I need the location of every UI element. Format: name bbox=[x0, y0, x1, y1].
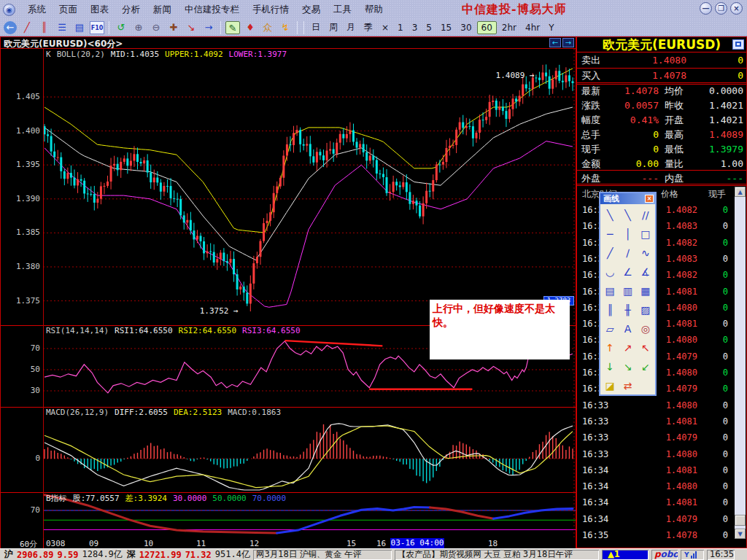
arrow-sw-tool[interactable]: ↙ bbox=[637, 357, 654, 376]
annotation-note[interactable]: 上行中，但好像速度不是太快。 bbox=[430, 300, 570, 359]
menu-item-5[interactable]: 中信建投专栏 bbox=[178, 1, 246, 18]
close-button[interactable]: × bbox=[730, 2, 743, 15]
menu-item-7[interactable]: 交易 bbox=[295, 1, 327, 18]
period-5[interactable]: 5 bbox=[422, 21, 436, 34]
horizontal-line-tool[interactable]: ─ bbox=[601, 225, 619, 244]
channel-tool[interactable]: ▱ bbox=[601, 319, 619, 338]
quote-panel: 欧元美元(EURUSD) 卖出1.40800买入1.40780最新1.4078均… bbox=[576, 36, 747, 548]
fan-lines-tool[interactable]: ∡ bbox=[637, 262, 654, 281]
candlestick-panel[interactable]: KBOLL(20,2)MID:1.4035UPPER:1.4092LOWER:1… bbox=[1, 49, 576, 325]
f10-info-icon[interactable]: F10 bbox=[90, 21, 104, 34]
tick-qty: 0 bbox=[723, 381, 728, 397]
line-chart-icon[interactable]: ╱ bbox=[20, 21, 34, 34]
period-15[interactable]: 15 bbox=[437, 21, 455, 34]
ray-tool[interactable]: ╲ bbox=[619, 206, 636, 225]
period-季[interactable]: 季 bbox=[360, 20, 376, 35]
drag-hand-icon[interactable]: ✚ bbox=[166, 21, 181, 34]
golden-section-tool[interactable]: ▤ bbox=[601, 281, 619, 300]
minimize-button[interactable]: — bbox=[700, 2, 712, 15]
alert-indicator[interactable]: ▲1 bbox=[602, 550, 649, 560]
zoom-out-icon[interactable]: ⊖ bbox=[149, 21, 163, 34]
period-1[interactable]: 1 bbox=[394, 21, 407, 34]
menu-item-9[interactable]: 帮助 bbox=[358, 1, 390, 18]
arc-tool[interactable]: ◡ bbox=[601, 262, 619, 281]
period-月[interactable]: 月 bbox=[343, 20, 359, 35]
macd-dea-value: DEA:2.5123 bbox=[174, 408, 222, 417]
tick-list-scrollbar[interactable]: ▲ ▼ bbox=[735, 187, 746, 539]
text-tool[interactable]: A bbox=[619, 319, 636, 338]
status-bar: 沪 2906.89 9.59 1284.9亿 深 12721.99 71.32 … bbox=[0, 548, 747, 560]
period-Y[interactable]: Y bbox=[545, 21, 557, 34]
prev-contract-button[interactable]: ← bbox=[549, 38, 561, 47]
period-60[interactable]: 60 bbox=[477, 21, 497, 34]
quote-list-icon[interactable]: ☰ bbox=[55, 21, 69, 34]
period-3[interactable]: 3 bbox=[409, 21, 422, 34]
vertical-grid-tool[interactable]: ║ bbox=[601, 300, 619, 319]
menu-item-6[interactable]: 手机行情 bbox=[246, 1, 295, 18]
pobo-logo[interactable]: pobo bbox=[651, 550, 678, 560]
segment-tool[interactable]: ╲ bbox=[601, 206, 619, 225]
draw-line-icon[interactable]: ✎ bbox=[225, 21, 240, 34]
b-indicator-panel[interactable]: B指标股:77.0557差:3.392430.000050.000070.000… bbox=[1, 492, 576, 538]
refresh-icon[interactable]: ↺ bbox=[114, 21, 128, 34]
gann-circle-tool[interactable]: ◎ bbox=[637, 319, 654, 338]
page-next-icon[interactable]: ↘ bbox=[184, 21, 198, 34]
rectangle-tool[interactable]: □ bbox=[637, 225, 654, 244]
flash-icon[interactable]: ↯ bbox=[278, 21, 293, 34]
parallel-lines-tool[interactable]: // bbox=[637, 206, 654, 225]
quote-row-涨跌: 涨跌0.0057昨收1.4021 bbox=[577, 98, 746, 113]
draw-palette-titlebar[interactable]: 画线 × bbox=[600, 193, 655, 204]
marked-segment-tool[interactable]: ∕ bbox=[619, 244, 636, 262]
b-30-value: 30.0000 bbox=[173, 494, 206, 503]
quote-row-总手: 总手0最高1.4089 bbox=[577, 128, 746, 142]
scroll-up-button[interactable]: ▲ bbox=[735, 187, 746, 197]
period-×[interactable]: × bbox=[378, 21, 392, 34]
menu-item-0[interactable]: 系统 bbox=[21, 1, 53, 18]
news-ticker-1[interactable]: 网3月18日 沪铜、黄金 午评 bbox=[253, 550, 392, 560]
menu-item-8[interactable]: 工具 bbox=[327, 1, 358, 18]
period-周[interactable]: 周 bbox=[325, 20, 341, 35]
scroll-down-button[interactable]: ▼ bbox=[735, 529, 746, 539]
candlestick-chart-icon[interactable]: ║ bbox=[37, 21, 52, 34]
quote-value: 1.4021 bbox=[689, 98, 743, 113]
menu-item-3[interactable]: 分析 bbox=[115, 1, 147, 18]
restore-button[interactable]: ❐ bbox=[715, 2, 727, 15]
gann-grid-tool[interactable]: ▨ bbox=[637, 300, 654, 319]
news-ticker-2[interactable]: 【农产品】期货视频网 大豆 豆粕 3月18日午评 bbox=[395, 550, 599, 560]
report-icon[interactable]: ▤ bbox=[72, 21, 87, 34]
period-4hr[interactable]: 4hr bbox=[522, 21, 543, 34]
close-icon[interactable]: × bbox=[645, 195, 654, 203]
fibonacci-lines-tool[interactable]: ▦ bbox=[637, 281, 654, 300]
app-icon[interactable]: ◉ bbox=[3, 4, 15, 16]
menu-item-1[interactable]: 页面 bbox=[53, 1, 84, 18]
jump-end-icon[interactable]: → bbox=[201, 21, 216, 34]
restore-panel-button[interactable] bbox=[732, 39, 744, 50]
zoom-in-icon[interactable]: ⊕ bbox=[131, 21, 146, 34]
arrow-nw-tool[interactable]: ↖ bbox=[637, 338, 654, 357]
menu-item-4[interactable]: 新闻 bbox=[147, 1, 178, 18]
draw-palette-window[interactable]: 画线 × ╲╲//─│□╱∕∿◡∠∡▤▥▦║╫▨▱A◎↑↗↖↓↘↙◪⇄ bbox=[599, 192, 657, 396]
alert-bell-icon[interactable]: ♦ bbox=[243, 21, 258, 34]
object-list-tool[interactable]: ⇄ bbox=[619, 376, 636, 395]
trend-line-tool[interactable]: ╱ bbox=[601, 244, 619, 262]
quote-value: 1.4021 bbox=[689, 113, 743, 128]
arrow-up-tool[interactable]: ↑ bbox=[601, 338, 619, 357]
arrow-down-tool[interactable]: ↓ bbox=[601, 357, 619, 376]
macd-panel[interactable]: MACD(26,12,9)DIFF:2.6055DEA:2.5123MACD:0… bbox=[1, 407, 576, 492]
next-contract-button[interactable]: → bbox=[562, 38, 574, 47]
eraser-tool[interactable]: ◪ bbox=[601, 376, 619, 395]
wave-tool[interactable]: ∿ bbox=[637, 244, 654, 262]
back-icon[interactable]: ← bbox=[4, 21, 17, 34]
time-grid-tool[interactable]: ╫ bbox=[619, 300, 636, 319]
angle-tool[interactable]: ∠ bbox=[619, 262, 636, 281]
community-icon[interactable]: 众 bbox=[260, 21, 275, 34]
period-2hr[interactable]: 2hr bbox=[498, 21, 520, 34]
menu-item-2[interactable]: 图表 bbox=[84, 1, 115, 18]
vertical-line-tool[interactable]: │ bbox=[619, 225, 636, 244]
percent-lines-tool[interactable]: ▥ bbox=[619, 281, 636, 300]
period-日[interactable]: 日 bbox=[308, 20, 324, 35]
arrow-se-tool[interactable]: ↘ bbox=[619, 357, 636, 376]
scrollbar-thumb[interactable] bbox=[735, 515, 746, 526]
arrow-ne-tool[interactable]: ↗ bbox=[619, 338, 636, 357]
period-30[interactable]: 30 bbox=[457, 21, 475, 34]
